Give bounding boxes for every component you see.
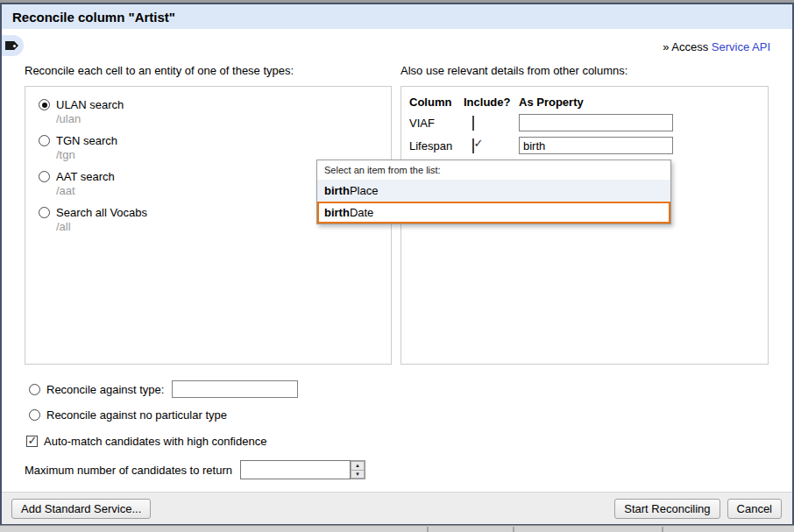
access-service-api: » Access Service API (663, 40, 770, 53)
radio-against-type[interactable] (29, 384, 40, 395)
dialog-title: Reconcile column "Artist" (12, 10, 175, 25)
add-standard-service-button[interactable]: Add Standard Service... (11, 499, 151, 519)
type-label-all: Search all Vocabs (56, 206, 147, 219)
background-table-divider (662, 527, 663, 532)
table-row-viaf: VIAF (409, 114, 760, 131)
background-table-divider (427, 527, 429, 532)
suggest-item-birthplace[interactable]: birthPlace (317, 180, 670, 202)
suggest-item-rest: Date (350, 206, 373, 219)
suggest-item-bold-prefix: birth (324, 206, 350, 219)
type-option-tgn: TGN search /tgn (39, 134, 391, 162)
automatch-row: Auto-match candidates with high confiden… (26, 435, 266, 448)
type-label-aat: AAT search (56, 170, 115, 183)
suggest-item-birthdate[interactable]: birthDate (317, 202, 670, 223)
against-type-label: Reconcile against type: (46, 383, 164, 396)
dialog-title-bar: Reconcile column "Artist" (2, 4, 792, 29)
details-table: Column Include? As Property VIAF Lifespa… (401, 87, 768, 154)
type-radio-row-tgn[interactable]: TGN search (39, 134, 391, 147)
dialog-footer: Add Standard Service... Start Reconcilin… (2, 492, 792, 524)
header-column: Column (409, 96, 464, 109)
dialog-body: » Access Service API Reconcile each cell… (2, 29, 792, 492)
radio-tgn[interactable] (39, 135, 50, 146)
property-suggest-dropdown: Select an item from the list: birthPlace… (316, 160, 671, 224)
radio-all[interactable] (39, 207, 50, 218)
radio-ulan[interactable] (39, 99, 50, 110)
reconcile-against-type-row: Reconcile against type: (29, 380, 298, 398)
reconcile-dialog: Reconcile column "Artist" » Access Servi… (0, 3, 794, 525)
service-api-link[interactable]: Service API (712, 40, 770, 53)
max-candidates-label: Maximum number of candidates to return (25, 464, 232, 477)
no-type-label: Reconcile against no particular type (46, 408, 227, 422)
other-columns-panel: Column Include? As Property VIAF Lifespa… (401, 86, 769, 365)
include-checkbox-lifespan[interactable] (472, 138, 474, 153)
details-heading: Also use relevant details from other col… (401, 64, 627, 77)
details-table-header: Column Include? As Property (409, 96, 760, 109)
spinner-buttons: ▲ ▼ (351, 460, 365, 479)
start-reconciling-button[interactable]: Start Reconciling (614, 499, 720, 519)
tag-icon (5, 41, 18, 50)
type-label-tgn: TGN search (56, 134, 117, 147)
types-heading: Reconcile each cell to an entity of one … (25, 64, 294, 77)
automatch-label: Auto-match candidates with high confiden… (44, 435, 266, 448)
header-as-property: As Property (519, 96, 760, 109)
include-checkbox-viaf[interactable] (472, 116, 474, 131)
facet-tag-tab[interactable] (2, 35, 24, 56)
type-label-ulan: ULAN search (56, 98, 124, 111)
header-include: Include? (464, 96, 519, 109)
reconcile-no-type-row: Reconcile against no particular type (29, 408, 227, 422)
table-row-lifespan: Lifespan (409, 137, 760, 154)
against-type-input[interactable] (172, 380, 298, 398)
access-prefix-label: » Access (663, 40, 712, 53)
automatch-checkbox[interactable] (26, 436, 38, 447)
max-candidates-row: Maximum number of candidates to return ▲… (25, 460, 365, 479)
page: Reconcile column "Artist" » Access Servi… (0, 0, 794, 532)
type-path-ulan: /ulan (56, 112, 391, 126)
type-radio-row-ulan[interactable]: ULAN search (39, 98, 391, 111)
property-input-lifespan[interactable] (519, 137, 673, 154)
radio-no-type[interactable] (29, 409, 40, 421)
cancel-button[interactable]: Cancel (727, 499, 782, 519)
suggest-item-bold-prefix: birth (324, 184, 350, 197)
spinner-down-icon[interactable]: ▼ (351, 470, 365, 479)
row-label-lifespan: Lifespan (409, 139, 464, 153)
type-options-panel: ULAN search /ulan TGN search /tgn (25, 86, 392, 365)
row-label-viaf: VIAF (409, 117, 464, 130)
property-input-viaf[interactable] (519, 114, 673, 131)
suggest-dropdown-header: Select an item from the list: (317, 160, 670, 180)
background-table-divider (513, 527, 514, 532)
max-candidates-spinner: ▲ ▼ (240, 460, 365, 479)
max-candidates-input[interactable] (240, 460, 351, 479)
radio-aat[interactable] (39, 171, 50, 182)
suggest-item-rest: Place (350, 184, 379, 197)
type-option-ulan: ULAN search /ulan (39, 98, 391, 126)
background-page-sliver-bottom (0, 525, 794, 532)
spinner-up-icon[interactable]: ▲ (351, 461, 365, 470)
